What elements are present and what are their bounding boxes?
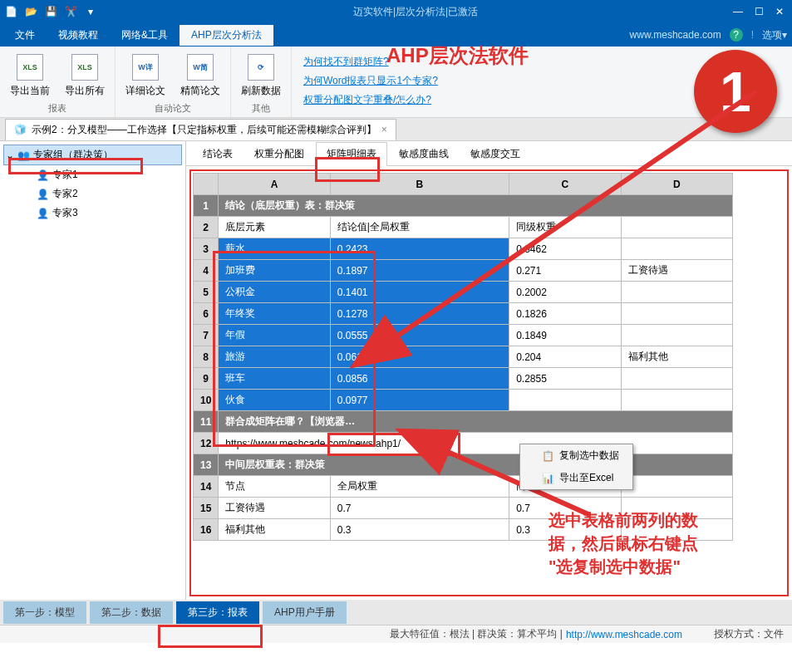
options-menu[interactable]: 选项▾ [762,28,787,42]
step2-button[interactable]: 第二步：数据 [90,601,173,624]
new-file-icon[interactable]: 📄 [3,4,18,19]
subtab-weight[interactable]: 权重分配图 [244,143,314,165]
close-icon[interactable]: ✕ [775,6,784,17]
ribbon-group-report: XLS导出当前 XLS导出所有 报表 [0,47,116,117]
excel-icon: 📊 [542,473,554,484]
title-bar: 📄 📂 💾 ✂️ ▾ 迈实软件|层次分析法|已激活 — ☐ ✕ [0,0,792,23]
website-link[interactable]: www.meshcade.com [630,29,721,41]
menu-file[interactable]: 文件 [3,25,47,46]
status-text: 最大特征值：根法 | 群决策：算术平均 | [390,627,563,641]
dropdown-icon[interactable]: ▾ [83,4,98,19]
status-bar: 最大特征值：根法 | 群决策：算术平均 | http://www.meshcad… [0,625,792,643]
export-all-button[interactable]: XLS导出所有 [61,50,108,102]
info-icon[interactable]: ! [751,29,754,41]
step1-button[interactable]: 第一步：模型 [3,601,86,624]
export-current-button[interactable]: XLS导出当前 [7,50,53,102]
maximize-icon[interactable]: ☐ [755,6,764,17]
tree-child[interactable]: 👤专家3 [3,204,182,223]
help-icon[interactable]: ? [730,28,743,42]
cut-icon[interactable]: ✂️ [63,4,78,19]
document-tab[interactable]: 🧊 示例2：分叉模型——工作选择【只定指标权重，后续可能还需模糊综合评判】 × [5,119,396,140]
ctx-export[interactable]: 📊导出至Excel [520,467,632,489]
highlight-tree [8,158,143,174]
manual-button[interactable]: AHP用户手册 [263,601,347,624]
copy-icon: 📋 [542,450,554,462]
menu-video[interactable]: 视频教程 [47,25,110,46]
annotation-top: AHP层次法软件 [386,42,529,70]
detail-paper-button[interactable]: W详详细论文 [122,50,169,102]
user-icon: 👤 [37,208,49,219]
status-url[interactable]: http://www.meshcade.com [566,629,682,640]
subtab-conclusion[interactable]: 结论表 [193,143,243,165]
minimize-icon[interactable]: — [733,6,743,17]
window-controls: — ☐ ✕ [733,6,789,17]
tree-child[interactable]: 👤专家2 [3,184,182,204]
cube-icon: 🧊 [14,124,27,135]
tree-panel: ⌄ 👥 专家组（群决策） 👤专家1 👤专家2 👤专家3 [0,141,186,600]
annotation-right: 选中表格前两列的数 据，然后鼠标右键点 "选复制选中数据" [548,508,698,578]
save-icon[interactable]: 💾 [43,4,58,19]
svg-line-0 [391,91,756,341]
context-menu: 📋复制选中数据 📊导出至Excel [519,444,633,490]
menu-network[interactable]: 网络&工具 [110,25,180,46]
ctx-copy[interactable]: 📋复制选中数据 [520,444,632,467]
qat: 📄 📂 💾 ✂️ ▾ [3,4,98,19]
menu-ahp[interactable]: AHP层次分析法 [180,25,273,46]
simple-paper-button[interactable]: W简精简论文 [177,50,224,102]
window-title: 迈实软件|层次分析法|已激活 [98,5,733,19]
refresh-button[interactable]: ⟳刷新数据 [238,50,284,102]
ribbon-group-paper: W详详细论文 W简精简论文 自动论文 [116,47,231,117]
highlight-step3 [158,625,263,648]
user-icon: 👤 [37,189,49,200]
status-auth: 授权方式：文件 [714,627,784,641]
ribbon-group-other: ⟳刷新数据 其他 [231,47,292,117]
open-folder-icon[interactable]: 📂 [23,4,38,19]
step3-button[interactable]: 第三步：报表 [176,601,259,624]
bottom-bar: 第一步：模型 第二步：数据 第三步：报表 AHP用户手册 [0,600,792,625]
